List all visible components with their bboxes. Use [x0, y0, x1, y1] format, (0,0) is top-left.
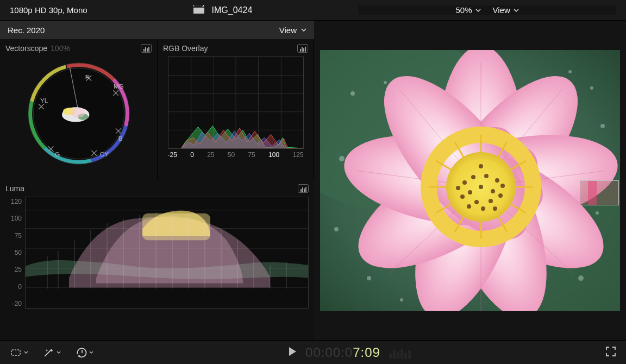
vectorscope-graticule: R MG B CY G YL	[5, 57, 152, 171]
scopes-pane: Rec. 2020 View Vectorscope 100%	[0, 21, 314, 340]
rgb-overlay-title: RGB Overlay	[163, 44, 208, 53]
svg-point-63	[367, 276, 371, 280]
scopes-view-dropdown[interactable]: View	[279, 26, 306, 35]
timecode-live: 7:09	[353, 345, 380, 360]
svg-marker-118	[78, 355, 80, 357]
timecode-dim: 00:00:0	[305, 345, 353, 360]
svg-point-99	[479, 185, 483, 189]
vectorscope-target-mg: MG	[114, 83, 124, 90]
svg-point-66	[596, 211, 599, 215]
timecode-display[interactable]: 00:00:07:09	[305, 345, 380, 360]
svg-point-65	[334, 227, 339, 231]
vectorscope-target-b: B	[118, 135, 122, 142]
svg-point-58	[384, 81, 387, 84]
zoom-dropdown[interactable]: 50%	[456, 5, 481, 15]
audio-meter-icon	[389, 347, 411, 359]
luma-waveform: 120 100 75 50 25 0 -20	[5, 197, 309, 309]
scope-settings-icon[interactable]	[297, 44, 308, 53]
scope-settings-icon[interactable]	[298, 184, 309, 193]
svg-point-108	[498, 193, 503, 198]
enhancement-tool-dropdown[interactable]	[43, 348, 61, 357]
play-button[interactable]	[288, 347, 297, 358]
vectorscope-panel: Vectorscope 100%	[0, 39, 158, 179]
svg-point-115	[456, 186, 460, 190]
vectorscope-scale: 100%	[51, 44, 70, 53]
svg-point-104	[495, 178, 499, 183]
svg-point-113	[479, 164, 483, 168]
svg-rect-37	[142, 214, 210, 241]
svg-point-59	[339, 156, 345, 161]
rgb-overlay-xaxis: -25 0 25 50 75 100 125	[168, 149, 304, 159]
viewer-canvas-area	[314, 21, 626, 340]
svg-point-64	[400, 298, 403, 302]
svg-point-61	[600, 124, 605, 128]
svg-point-114	[500, 184, 505, 188]
svg-point-109	[460, 194, 465, 199]
svg-point-60	[590, 86, 593, 90]
fullscreen-button[interactable]	[605, 346, 616, 359]
vectorscope-target-yl: YL	[40, 97, 48, 104]
svg-rect-116	[11, 350, 20, 355]
viewer-frame[interactable]	[320, 50, 620, 311]
svg-point-105	[462, 180, 467, 185]
scopes-header: Rec. 2020 View	[0, 21, 314, 39]
rgb-overlay-panel: RGB Overlay	[158, 39, 314, 179]
luma-panel: Luma 120 100 75 50 25 0 -20	[0, 179, 314, 317]
svg-point-101	[468, 190, 472, 194]
view-label: View	[493, 5, 510, 15]
chevron-down-icon	[514, 9, 519, 12]
viewer-top-bar: 1080p HD 30p, Mono IMG_0424 50% View	[0, 0, 626, 21]
svg-point-22	[70, 107, 85, 117]
chevron-down-icon	[301, 28, 306, 32]
svg-point-106	[489, 199, 493, 203]
vectorscope-target-g: G	[55, 150, 60, 158]
viewer-view-dropdown[interactable]: View	[493, 5, 519, 15]
clapperboard-icon	[193, 5, 204, 15]
luma-yaxis: 120 100 75 50 25 0 -20	[5, 197, 25, 309]
zoom-value: 50%	[456, 5, 472, 15]
scopes-view-label: View	[279, 26, 297, 35]
svg-point-62	[578, 275, 584, 281]
viewer-selection-overlay[interactable]	[580, 180, 619, 205]
rgb-overlay-chart: -25 0 25 50 75 100 125	[168, 57, 304, 163]
clip-name: IMG_0424	[212, 5, 253, 15]
svg-point-103	[471, 175, 475, 179]
svg-marker-119	[289, 347, 296, 356]
svg-point-107	[474, 200, 479, 204]
svg-point-112	[493, 206, 497, 211]
scope-settings-icon[interactable]	[141, 44, 152, 53]
range-tool-dropdown[interactable]	[10, 348, 28, 357]
format-label: 1080p HD 30p, Mono	[10, 5, 87, 15]
retime-tool-dropdown[interactable]	[76, 348, 93, 357]
luma-title: Luma	[5, 184, 24, 193]
vectorscope-target-r: R	[85, 73, 89, 80]
chevron-down-icon	[475, 9, 481, 12]
svg-point-102	[484, 174, 489, 178]
svg-point-111	[467, 204, 471, 209]
svg-point-100	[491, 189, 495, 193]
svg-point-57	[350, 91, 355, 96]
svg-point-67	[568, 70, 572, 73]
vectorscope-title: Vectorscope	[5, 44, 47, 53]
vectorscope-target-cy: CY	[99, 150, 108, 158]
svg-point-110	[481, 206, 485, 211]
transport-bar: 00:00:07:09	[0, 340, 626, 364]
svg-rect-0	[193, 8, 204, 14]
color-space-label[interactable]: Rec. 2020	[8, 26, 45, 35]
